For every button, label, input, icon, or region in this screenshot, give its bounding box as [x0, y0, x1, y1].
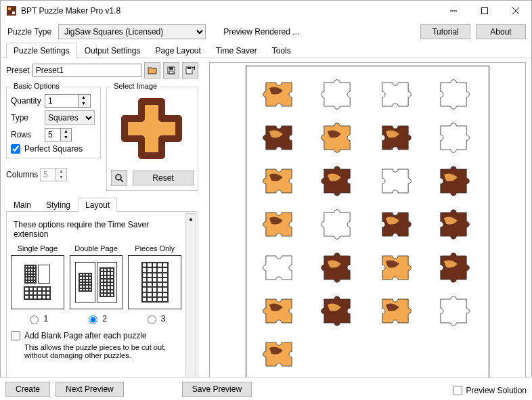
puzzle-piece [371, 248, 420, 284]
svg-rect-2 [12, 12, 15, 14]
tab-time-saver[interactable]: Time Saver [208, 43, 265, 58]
blank-page-checkbox[interactable] [11, 331, 20, 340]
puzzle-page [246, 66, 489, 384]
pieces-only-preview[interactable] [128, 255, 181, 309]
pieces-only-label: Pieces Only [128, 244, 181, 252]
tutorial-button[interactable]: Tutorial [420, 24, 470, 39]
tab-output-settings[interactable]: Output Settings [77, 43, 148, 58]
perfect-squares-label: Perfect Squares [24, 144, 83, 154]
maximize-button[interactable] [469, 1, 500, 21]
puzzle-piece [371, 161, 420, 198]
svg-point-13 [116, 175, 121, 180]
save-as-preset-button[interactable]: + [182, 62, 198, 79]
puzzle-piece [429, 74, 478, 111]
puzzle-piece [254, 74, 303, 111]
puzzle-piece [429, 248, 478, 284]
puzzle-piece [371, 204, 420, 241]
svg-rect-1 [8, 7, 11, 10]
window-title: BPT Puzzle Maker Pro v1.8 [21, 6, 438, 16]
columns-label: Columns [6, 170, 37, 179]
create-button[interactable]: Create [5, 382, 50, 397]
svg-text:+: + [192, 66, 195, 72]
layout-radio-3[interactable] [148, 315, 156, 324]
quantity-label: Quantity [11, 96, 42, 106]
puzzle-piece [313, 74, 361, 111]
close-button[interactable] [500, 1, 531, 21]
double-page-label: Double Page [70, 244, 123, 252]
layout-scrollbar[interactable]: ▲▼ [185, 213, 196, 385]
svg-line-14 [120, 179, 123, 182]
quantity-stepper[interactable]: ▲▼ [45, 94, 91, 108]
preset-label: Preset [6, 66, 30, 75]
single-page-preview[interactable] [11, 255, 64, 309]
puzzle-piece [254, 334, 303, 371]
puzzle-piece [313, 161, 361, 198]
puzzle-piece [254, 118, 303, 154]
puzzle-piece [371, 291, 420, 328]
preview-solution-checkbox[interactable] [453, 386, 462, 395]
layout-note: These options require the Time Saver ext… [14, 220, 181, 239]
preset-input[interactable] [32, 64, 141, 77]
app-icon [6, 5, 17, 16]
tab-page-layout[interactable]: Page Layout [148, 43, 208, 58]
type-select[interactable]: Squares [45, 110, 95, 125]
single-page-label: Single Page [11, 244, 64, 252]
tab-tools[interactable]: Tools [265, 43, 298, 58]
rows-label: Rows [11, 130, 42, 139]
select-image-legend: Select Image [111, 82, 160, 90]
perfect-squares-checkbox[interactable] [11, 144, 20, 154]
puzzle-piece [429, 161, 478, 198]
svg-rect-8 [169, 67, 173, 70]
puzzle-piece [254, 204, 303, 241]
puzzle-piece [429, 291, 478, 328]
columns-stepper: ▲▼ [40, 168, 67, 181]
puzzle-type-label: Puzzle Type [6, 27, 53, 37]
source-image-thumbnail[interactable] [111, 91, 192, 166]
layout-radio-1[interactable] [30, 315, 39, 324]
double-page-preview[interactable] [70, 255, 123, 309]
puzzle-piece [313, 291, 361, 328]
save-preview-button[interactable]: Save Preview [182, 382, 252, 397]
svg-rect-11 [187, 67, 191, 69]
blank-page-note: This allows the puzzle pieces to be cut … [24, 343, 181, 359]
basic-options-legend: Basic Options [11, 82, 62, 90]
puzzle-piece [313, 204, 361, 241]
puzzle-piece [429, 118, 478, 154]
preview-solution-label: Preview Solution [466, 386, 527, 395]
puzzle-piece [313, 118, 361, 154]
puzzle-piece [371, 118, 420, 154]
preview-area [209, 62, 526, 387]
blank-page-label: Add Blank Page after each puzzle [24, 331, 147, 340]
puzzle-type-select[interactable]: JigSaw Squares (Licensed) [58, 24, 206, 39]
puzzle-piece [371, 74, 420, 111]
next-preview-button[interactable]: Next Preview [56, 382, 124, 397]
subtab-main[interactable]: Main [6, 198, 39, 212]
svg-rect-4 [482, 8, 488, 14]
puzzle-piece [254, 161, 303, 198]
type-label: Type [11, 113, 42, 123]
zoom-button[interactable] [111, 170, 127, 186]
rows-stepper[interactable]: ▲▼ [45, 128, 72, 141]
subtab-styling[interactable]: Styling [39, 198, 78, 212]
save-preset-button[interactable] [163, 62, 179, 79]
open-preset-button[interactable] [144, 62, 160, 79]
layout-radio-2[interactable] [89, 315, 97, 324]
puzzle-piece [313, 248, 361, 284]
subtab-layout[interactable]: Layout [78, 198, 117, 212]
about-button[interactable]: About [476, 24, 526, 39]
reset-button[interactable]: Reset [133, 171, 194, 185]
minimize-button[interactable] [438, 1, 469, 21]
puzzle-piece [429, 204, 478, 241]
status-text: Preview Rendered ... [211, 27, 415, 37]
puzzle-piece [254, 291, 303, 328]
puzzle-piece [254, 248, 303, 284]
tab-puzzle-settings[interactable]: Puzzle Settings [6, 43, 77, 58]
